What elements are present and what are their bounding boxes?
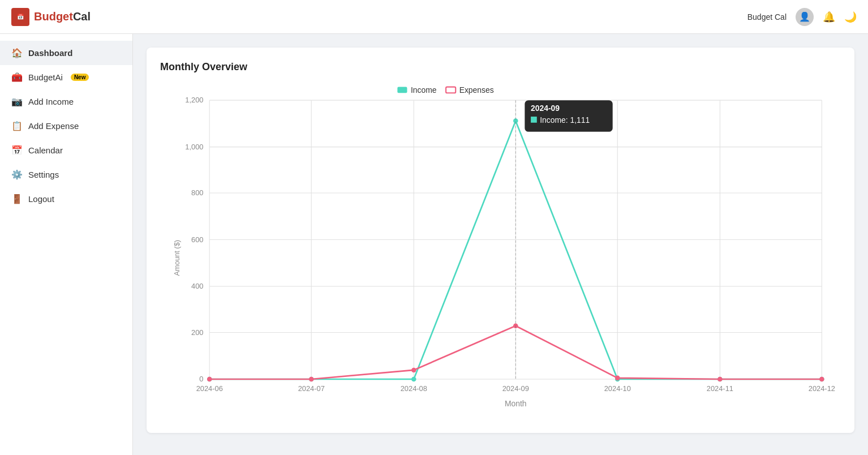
dashboard-icon: 🏠: [11, 48, 23, 58]
ytick-1200: 1,200: [185, 96, 203, 104]
ytick-200: 200: [191, 328, 203, 337]
sidebar-item-add-expense[interactable]: 📋 Add Expense: [0, 114, 132, 138]
header-username: Budget Cal: [747, 12, 787, 22]
income-point-2: [411, 377, 416, 382]
sidebar-label-settings: Settings: [28, 170, 59, 179]
settings-icon: ⚙️: [11, 169, 23, 180]
bell-icon[interactable]: 🔔: [823, 11, 835, 23]
expenses-point-2: [411, 368, 416, 373]
sidebar-item-dashboard[interactable]: 🏠 Dashboard: [0, 41, 132, 65]
chart-container: Income Expenses Amount ($) 0 200 400 600: [160, 82, 841, 424]
expenses-point-6: [819, 377, 824, 382]
xlabel-2024-10: 2024-10: [604, 384, 631, 393]
avatar: 👤: [796, 8, 814, 26]
logo-cal: Cal: [73, 10, 91, 23]
sidebar-label-logout: Logout: [28, 194, 54, 204]
x-axis-label: Month: [505, 399, 527, 408]
sidebar: 🏠 Dashboard 🧰 BudgetAi New 📷 Add Income …: [0, 34, 133, 455]
xlabel-2024-07: 2024-07: [298, 384, 325, 393]
budgetai-icon: 🧰: [11, 72, 23, 83]
logo-text: BudgetCal: [34, 10, 91, 23]
ytick-400: 400: [191, 282, 203, 290]
expenses-legend-label: Expenses: [459, 85, 494, 95]
tooltip-color: [531, 117, 537, 123]
income-legend-color: [397, 87, 407, 93]
xlabel-2024-08: 2024-08: [401, 384, 427, 393]
logo-icon: 📅: [11, 8, 29, 26]
new-badge: New: [71, 74, 89, 81]
header-right: Budget Cal 👤 🔔 🌙: [747, 8, 857, 26]
add-income-icon: 📷: [11, 96, 23, 107]
xlabel-2024-12: 2024-12: [809, 384, 835, 393]
sidebar-item-calendar[interactable]: 📅 Calendar: [0, 138, 132, 162]
expenses-point-4: [615, 376, 620, 381]
sidebar-label-calendar: Calendar: [28, 145, 63, 155]
logo-budget: Budget: [34, 10, 73, 23]
add-expense-icon: 📋: [11, 121, 23, 131]
expenses-point-5: [717, 377, 723, 382]
xlabel-2024-06: 2024-06: [196, 384, 223, 393]
chart-card: Monthly Overview Income Expenses Amount …: [147, 48, 854, 433]
sidebar-item-settings[interactable]: ⚙️ Settings: [0, 162, 132, 187]
sidebar-label-budgetai: BudgetAi: [28, 72, 63, 82]
sidebar-label-add-expense: Add Expense: [28, 121, 79, 131]
income-legend-label: Income: [411, 85, 437, 95]
top-header: 📅 BudgetCal Budget Cal 👤 🔔 🌙: [0, 0, 868, 34]
chart-tooltip: 2024-09 Income: 1,111: [525, 100, 612, 132]
xlabel-2024-09: 2024-09: [502, 384, 529, 393]
sidebar-label-dashboard: Dashboard: [28, 48, 72, 58]
ytick-0: 0: [199, 375, 203, 383]
sidebar-item-logout[interactable]: 🚪 Logout: [0, 187, 132, 211]
chart-title: Monthly Overview: [160, 61, 841, 73]
sidebar-label-add-income: Add Income: [28, 97, 74, 106]
sidebar-item-budgetai[interactable]: 🧰 BudgetAi New: [0, 65, 132, 89]
main-content: Monthly Overview Income Expenses Amount …: [133, 34, 868, 455]
ytick-600: 600: [191, 235, 203, 244]
ytick-800: 800: [191, 188, 203, 197]
ytick-1000: 1,000: [185, 143, 203, 151]
expenses-legend-color: [446, 87, 456, 93]
calendar-icon: 📅: [11, 145, 23, 156]
tooltip-date: 2024-09: [531, 104, 560, 113]
logo-area: 📅 BudgetCal: [11, 8, 91, 26]
sidebar-item-add-income[interactable]: 📷 Add Income: [0, 89, 132, 114]
expenses-point-1: [309, 377, 314, 382]
expenses-point-0: [207, 377, 212, 382]
monthly-overview-chart: Income Expenses Amount ($) 0 200 400 600: [160, 82, 841, 422]
xlabel-2024-11: 2024-11: [707, 384, 733, 393]
logout-icon: 🚪: [11, 194, 23, 204]
moon-icon[interactable]: 🌙: [844, 11, 857, 23]
tooltip-income: Income: 1,111: [540, 115, 590, 125]
y-axis-label: Amount ($): [173, 240, 181, 276]
